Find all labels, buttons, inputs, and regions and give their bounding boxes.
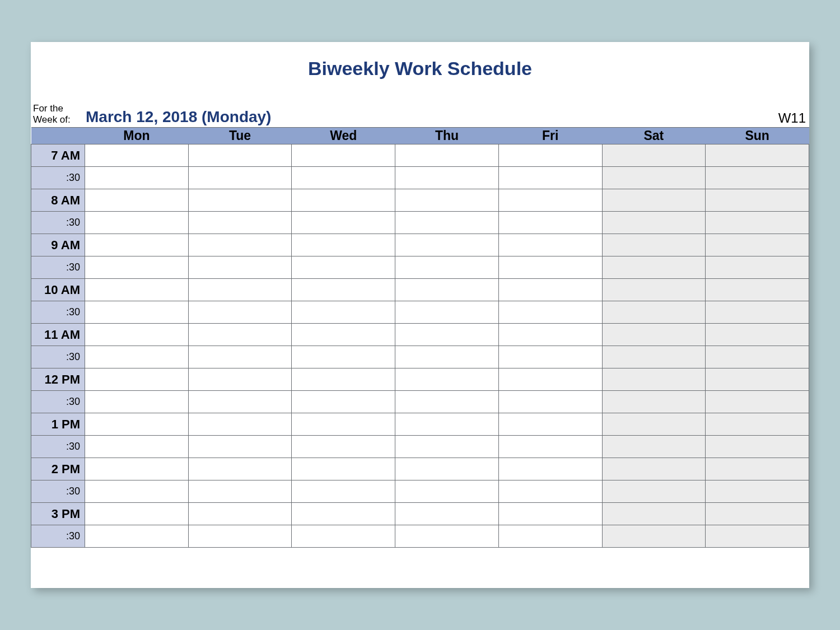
schedule-cell[interactable] xyxy=(706,279,809,301)
schedule-cell[interactable] xyxy=(85,234,189,256)
schedule-cell[interactable] xyxy=(498,436,602,458)
schedule-cell[interactable] xyxy=(602,391,706,413)
schedule-cell[interactable] xyxy=(395,189,499,212)
schedule-cell[interactable] xyxy=(85,525,189,548)
schedule-cell[interactable] xyxy=(188,279,292,301)
schedule-cell[interactable] xyxy=(602,436,706,458)
schedule-cell[interactable] xyxy=(498,413,602,436)
schedule-cell[interactable] xyxy=(188,189,292,212)
schedule-cell[interactable] xyxy=(498,189,602,212)
schedule-cell[interactable] xyxy=(602,144,706,167)
schedule-cell[interactable] xyxy=(706,480,809,503)
schedule-cell[interactable] xyxy=(706,301,809,324)
schedule-cell[interactable] xyxy=(395,368,499,391)
schedule-cell[interactable] xyxy=(602,346,706,368)
schedule-cell[interactable] xyxy=(706,167,809,189)
schedule-cell[interactable] xyxy=(706,234,809,256)
schedule-cell[interactable] xyxy=(292,480,395,503)
schedule-cell[interactable] xyxy=(292,301,395,324)
schedule-cell[interactable] xyxy=(188,413,292,436)
schedule-cell[interactable] xyxy=(292,144,395,167)
schedule-cell[interactable] xyxy=(85,368,189,391)
schedule-cell[interactable] xyxy=(498,279,602,301)
schedule-cell[interactable] xyxy=(706,391,809,413)
schedule-cell[interactable] xyxy=(188,480,292,503)
schedule-cell[interactable] xyxy=(292,167,395,189)
schedule-cell[interactable] xyxy=(395,324,499,346)
schedule-cell[interactable] xyxy=(602,234,706,256)
schedule-cell[interactable] xyxy=(292,212,395,234)
schedule-cell[interactable] xyxy=(395,212,499,234)
schedule-cell[interactable] xyxy=(498,480,602,503)
schedule-cell[interactable] xyxy=(85,458,189,480)
schedule-cell[interactable] xyxy=(292,234,395,256)
schedule-cell[interactable] xyxy=(292,503,395,525)
schedule-cell[interactable] xyxy=(498,144,602,167)
schedule-cell[interactable] xyxy=(188,167,292,189)
schedule-cell[interactable] xyxy=(188,436,292,458)
schedule-cell[interactable] xyxy=(395,458,499,480)
schedule-cell[interactable] xyxy=(188,234,292,256)
schedule-cell[interactable] xyxy=(395,525,499,548)
schedule-cell[interactable] xyxy=(602,324,706,346)
schedule-cell[interactable] xyxy=(292,458,395,480)
schedule-cell[interactable] xyxy=(85,436,189,458)
schedule-cell[interactable] xyxy=(395,279,499,301)
schedule-cell[interactable] xyxy=(85,480,189,503)
schedule-cell[interactable] xyxy=(188,346,292,368)
schedule-cell[interactable] xyxy=(85,144,189,167)
schedule-cell[interactable] xyxy=(498,458,602,480)
schedule-cell[interactable] xyxy=(85,391,189,413)
schedule-cell[interactable] xyxy=(395,234,499,256)
schedule-cell[interactable] xyxy=(292,324,395,346)
schedule-cell[interactable] xyxy=(188,368,292,391)
schedule-cell[interactable] xyxy=(188,212,292,234)
week-of-date[interactable]: March 12, 2018 (Monday) xyxy=(86,108,778,126)
schedule-cell[interactable] xyxy=(706,436,809,458)
schedule-cell[interactable] xyxy=(188,301,292,324)
schedule-cell[interactable] xyxy=(85,346,189,368)
schedule-cell[interactable] xyxy=(602,413,706,436)
schedule-cell[interactable] xyxy=(395,480,499,503)
schedule-cell[interactable] xyxy=(602,256,706,279)
schedule-cell[interactable] xyxy=(498,256,602,279)
schedule-cell[interactable] xyxy=(395,503,499,525)
schedule-cell[interactable] xyxy=(188,324,292,346)
schedule-cell[interactable] xyxy=(498,346,602,368)
schedule-cell[interactable] xyxy=(602,480,706,503)
schedule-cell[interactable] xyxy=(292,256,395,279)
schedule-cell[interactable] xyxy=(602,503,706,525)
schedule-cell[interactable] xyxy=(85,301,189,324)
schedule-cell[interactable] xyxy=(188,503,292,525)
schedule-cell[interactable] xyxy=(602,525,706,548)
schedule-cell[interactable] xyxy=(706,324,809,346)
schedule-cell[interactable] xyxy=(706,189,809,212)
schedule-cell[interactable] xyxy=(188,256,292,279)
schedule-cell[interactable] xyxy=(85,256,189,279)
schedule-cell[interactable] xyxy=(498,301,602,324)
schedule-cell[interactable] xyxy=(395,346,499,368)
schedule-cell[interactable] xyxy=(188,525,292,548)
schedule-cell[interactable] xyxy=(188,458,292,480)
schedule-cell[interactable] xyxy=(85,324,189,346)
schedule-cell[interactable] xyxy=(292,525,395,548)
schedule-cell[interactable] xyxy=(395,413,499,436)
schedule-cell[interactable] xyxy=(498,525,602,548)
schedule-cell[interactable] xyxy=(395,436,499,458)
schedule-cell[interactable] xyxy=(292,279,395,301)
schedule-cell[interactable] xyxy=(85,279,189,301)
schedule-cell[interactable] xyxy=(706,346,809,368)
schedule-cell[interactable] xyxy=(602,189,706,212)
schedule-cell[interactable] xyxy=(292,436,395,458)
schedule-cell[interactable] xyxy=(85,413,189,436)
schedule-cell[interactable] xyxy=(498,234,602,256)
schedule-cell[interactable] xyxy=(706,458,809,480)
schedule-cell[interactable] xyxy=(602,301,706,324)
schedule-cell[interactable] xyxy=(292,189,395,212)
schedule-cell[interactable] xyxy=(706,368,809,391)
schedule-cell[interactable] xyxy=(395,391,499,413)
schedule-cell[interactable] xyxy=(498,324,602,346)
schedule-cell[interactable] xyxy=(395,144,499,167)
schedule-cell[interactable] xyxy=(292,346,395,368)
schedule-cell[interactable] xyxy=(706,525,809,548)
